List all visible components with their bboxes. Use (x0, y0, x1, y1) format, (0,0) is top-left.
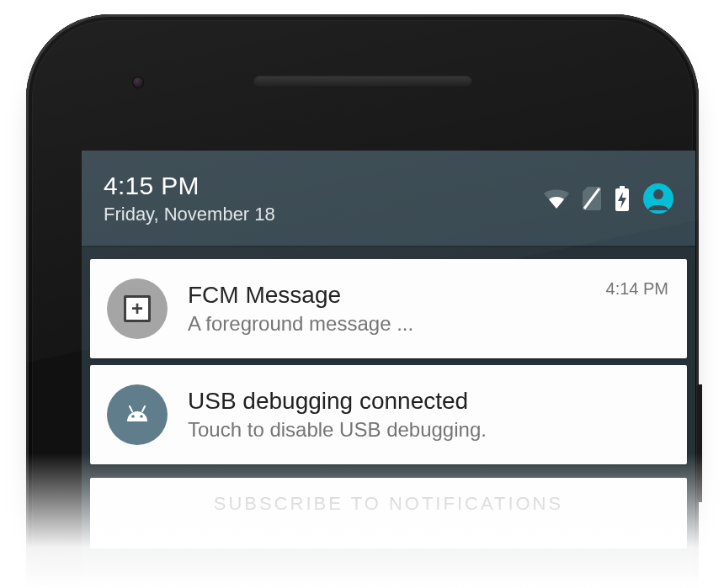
no-sim-icon (583, 187, 601, 210)
header-time: 4:15 PM (104, 172, 275, 200)
svg-rect-1 (620, 186, 625, 188)
status-icons (544, 183, 673, 214)
svg-point-9 (140, 415, 143, 418)
notification-title: USB debugging connected (188, 388, 658, 415)
earpiece-speaker (253, 76, 472, 87)
subscribe-button[interactable]: SUBSCRIBE TO NOTIFICATIONS (90, 478, 687, 548)
front-camera (132, 77, 144, 88)
phone-frame: 4:15 PM Friday, November 18 (26, 14, 699, 588)
notification-text: USB debugging connected Touch to disable… (188, 388, 658, 442)
notification-title: FCM Message (188, 282, 596, 309)
svg-point-5 (653, 189, 663, 199)
header-datetime: 4:15 PM Friday, November 18 (104, 172, 275, 225)
notification-list: + FCM Message A foreground message ... 4… (82, 252, 695, 464)
battery-charging-icon (615, 186, 630, 211)
svg-point-8 (131, 415, 135, 418)
android-head-icon (107, 384, 168, 445)
notification-body: Touch to disable USB debugging. (188, 418, 658, 442)
notification-shade-header[interactable]: 4:15 PM Friday, November 18 (82, 151, 695, 246)
svg-line-6 (130, 406, 132, 411)
plus-badge-icon: + (107, 278, 168, 339)
profile-avatar-icon[interactable] (643, 183, 673, 214)
wifi-icon (544, 188, 569, 209)
stage: 4:15 PM Friday, November 18 (0, 0, 724, 588)
header-date: Friday, November 18 (104, 204, 275, 225)
notification-item-usb[interactable]: USB debugging connected Touch to disable… (90, 365, 687, 464)
notification-body: A foreground message ... (188, 312, 596, 336)
svg-line-7 (142, 406, 145, 411)
notification-text: FCM Message A foreground message ... (188, 282, 596, 336)
phone-side-button (697, 384, 702, 502)
notification-timestamp: 4:14 PM (606, 279, 668, 299)
shade-separator (82, 246, 695, 252)
phone-screen: 4:15 PM Friday, November 18 (82, 151, 695, 588)
notification-item-fcm[interactable]: + FCM Message A foreground message ... 4… (90, 259, 687, 358)
